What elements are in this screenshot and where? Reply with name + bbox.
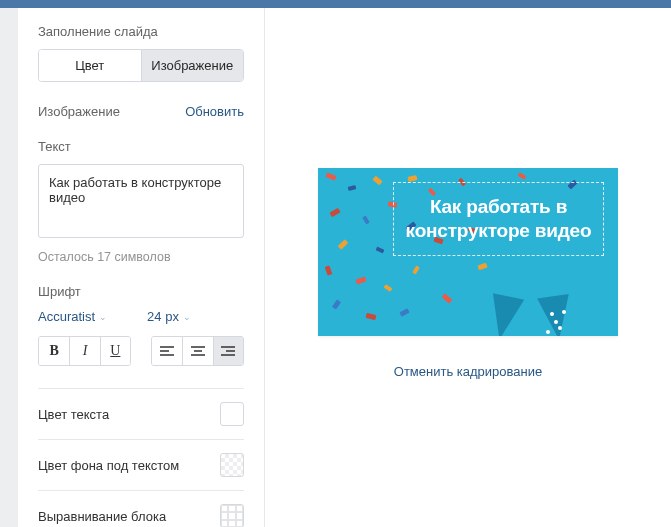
chevron-down-icon: ⌄ [99,312,107,322]
char-counter: Осталось 17 символов [38,250,244,264]
font-size-value: 24 px [147,309,179,324]
align-center-button[interactable] [182,337,212,365]
fill-type-segmented: Цвет Изображение [38,49,244,82]
text-input[interactable] [38,164,244,238]
align-center-icon [190,345,206,357]
text-style-group: B I U [38,336,131,366]
align-left-icon [159,345,175,357]
text-color-label: Цвет текста [38,407,109,422]
align-left-button[interactable] [152,337,182,365]
preview-area: Как работать в конструкторе видео Отмени… [265,8,671,527]
align-right-button[interactable] [213,337,243,365]
font-family-value: Accuratist [38,309,95,324]
slide-preview[interactable]: Как работать в конструкторе видео [318,168,618,336]
bold-button[interactable]: B [39,337,69,365]
settings-panel: Заполнение слайда Цвет Изображение Изобр… [18,8,265,527]
crop-frame[interactable]: Как работать в конструкторе видео [393,182,604,256]
font-label: Шрифт [38,284,244,299]
italic-button[interactable]: I [69,337,99,365]
left-edge [0,8,18,527]
block-align-row: Выравнивание блока [38,490,244,527]
bg-color-label: Цвет фона под текстом [38,458,179,473]
align-right-icon [220,345,236,357]
seg-image[interactable]: Изображение [142,50,244,81]
slide-text: Как работать в конструкторе видео [398,195,599,243]
block-align-label: Выравнивание блока [38,509,166,524]
panel-title: Заполнение слайда [38,24,244,39]
cone-decor [537,294,575,336]
seg-color[interactable]: Цвет [39,50,142,81]
chevron-down-icon: ⌄ [183,312,191,322]
font-size-select[interactable]: 24 px ⌄ [147,309,191,324]
text-color-swatch[interactable] [220,402,244,426]
bg-color-row: Цвет фона под текстом [38,439,244,490]
text-label: Текст [38,139,244,154]
image-row: Изображение Обновить [38,104,244,119]
font-family-select[interactable]: Accuratist ⌄ [38,309,107,324]
underline-button[interactable]: U [100,337,130,365]
bg-color-swatch[interactable] [220,453,244,477]
top-bar [0,0,671,8]
update-image-link[interactable]: Обновить [185,104,244,119]
text-align-group [151,336,244,366]
image-label: Изображение [38,104,120,119]
text-color-row: Цвет текста [38,388,244,439]
block-align-picker[interactable] [220,504,244,527]
cancel-crop-link[interactable]: Отменить кадрирование [394,364,542,379]
